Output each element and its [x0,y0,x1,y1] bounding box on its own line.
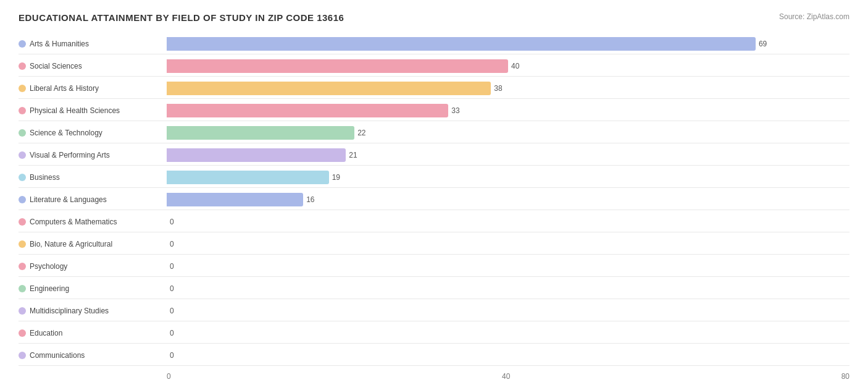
bar-label-container: Physical & Health Sciences [19,106,167,115]
bar-label-text: Business [30,173,60,182]
bar-area: 16 [167,189,849,210]
color-dot [19,307,26,315]
bar-label-container: Multidisciplinary Studies [19,307,167,315]
bar-row: Arts & Humanities69 [19,33,849,54]
bar-row: Multidisciplinary Studies0 [19,300,849,321]
bar-fill [167,37,756,51]
color-dot [19,218,26,226]
bar-label-container: Business [19,173,167,182]
x-axis-label: 0 [167,372,171,381]
bar-value-label: 16 [306,195,314,204]
bar-fill [167,126,354,140]
bar-label-container: Arts & Humanities [19,40,167,48]
color-dot [19,107,26,114]
x-axis-label: 80 [841,372,849,381]
chart-area: Arts & Humanities69Social Sciences40Libe… [19,33,849,367]
bar-label-text: Bio, Nature & Agricultural [30,240,112,248]
bar-label-text: Liberal Arts & History [30,84,99,93]
bar-row: Bio, Nature & Agricultural0 [19,234,849,255]
bar-value-label: 0 [170,284,174,293]
color-dot [19,40,26,48]
color-dot [19,285,26,292]
bar-label-container: Communications [19,351,167,360]
bar-area: 0 [167,234,849,254]
chart-container: EDUCATIONAL ATTAINMENT BY FIELD OF STUDY… [19,12,849,381]
color-dot [19,62,26,70]
bar-label-container: Social Sciences [19,62,167,70]
bar-value-label: 38 [494,84,502,93]
bar-area: 0 [167,345,849,365]
bar-label-container: Liberal Arts & History [19,84,167,93]
bar-label-container: Science & Technology [19,129,167,137]
bar-row: Communications0 [19,345,849,366]
bar-label-text: Computers & Mathematics [30,218,117,226]
bar-area: 19 [167,167,849,187]
bar-value-label: 0 [170,307,174,315]
color-dot [19,329,26,337]
bar-area: 21 [167,145,849,165]
color-dot [19,174,26,181]
bar-area: 0 [167,278,849,299]
bar-value-label: 69 [759,40,767,48]
bar-label-text: Literature & Languages [30,195,107,204]
bar-label-container: Visual & Performing Arts [19,151,167,159]
bar-area: 0 [167,211,849,232]
color-dot [19,196,26,203]
bar-label-container: Bio, Nature & Agricultural [19,240,167,248]
bar-value-label: 19 [332,173,340,182]
color-dot [19,240,26,248]
bar-label-text: Social Sciences [30,62,82,70]
bar-area: 38 [167,78,849,98]
bar-label-text: Physical & Health Sciences [30,106,120,115]
bar-row: Physical & Health Sciences33 [19,100,849,121]
x-axis: 04080 [167,372,849,381]
bar-area: 0 [167,323,849,343]
bar-label-text: Engineering [30,284,69,293]
bar-label-container: Literature & Languages [19,195,167,204]
bar-fill [167,59,508,73]
bar-fill [167,104,448,117]
bar-row: Engineering0 [19,278,849,299]
bar-fill [167,82,491,95]
bar-value-label: 21 [349,151,357,159]
bar-row: Science & Technology22 [19,122,849,143]
bar-value-label: 33 [451,106,459,115]
bar-label-text: Multidisciplinary Studies [30,307,109,315]
bar-row: Literature & Languages16 [19,189,849,210]
bar-row: Computers & Mathematics0 [19,211,849,232]
bar-value-label: 0 [170,240,174,248]
bar-area: 0 [167,256,849,276]
chart-title: EDUCATIONAL ATTAINMENT BY FIELD OF STUDY… [19,12,344,23]
bar-value-label: 22 [357,129,365,137]
bar-label-text: Education [30,329,62,337]
bar-value-label: 0 [170,329,174,337]
color-dot [19,151,26,159]
bar-label-container: Engineering [19,284,167,293]
bar-area: 69 [167,33,849,54]
bar-row: Liberal Arts & History38 [19,78,849,99]
source-label: Source: ZipAtlas.com [779,12,849,21]
bar-value-label: 40 [511,62,519,70]
bar-label-text: Communications [30,351,85,360]
bar-row: Business19 [19,167,849,188]
bar-fill [167,148,346,162]
bar-fill [167,171,329,184]
bar-area: 40 [167,56,849,76]
bar-label-container: Education [19,329,167,337]
bar-label-text: Arts & Humanities [30,40,89,48]
bar-label-container: Psychology [19,262,167,271]
bar-value-label: 0 [170,262,174,271]
bar-label-text: Science & Technology [30,129,102,137]
bar-row: Psychology0 [19,256,849,277]
bar-value-label: 0 [170,351,174,360]
color-dot [19,352,26,359]
bar-area: 0 [167,300,849,321]
bar-area: 22 [167,122,849,143]
bar-area: 33 [167,100,849,121]
bar-value-label: 0 [170,218,174,226]
bar-label-container: Computers & Mathematics [19,218,167,226]
color-dot [19,85,26,92]
bar-label-text: Psychology [30,262,67,271]
bar-row: Education0 [19,323,849,344]
bar-row: Visual & Performing Arts21 [19,145,849,166]
